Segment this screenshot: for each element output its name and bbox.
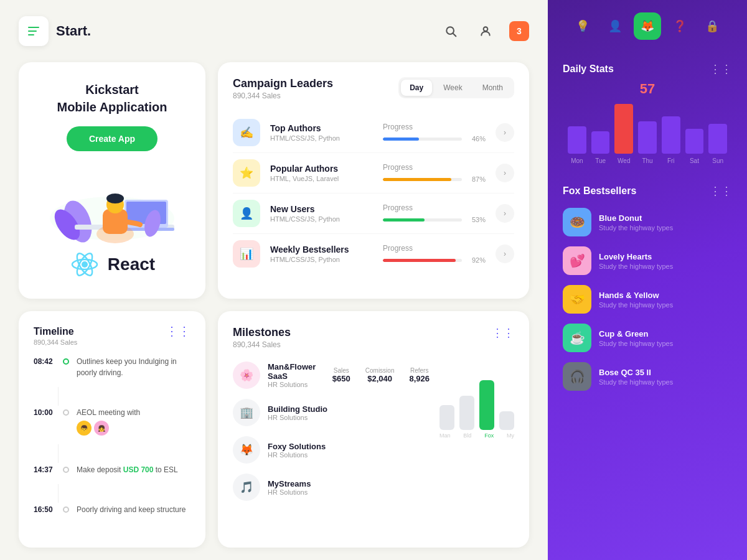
fox-item-image: 💕 xyxy=(563,246,591,275)
daily-stats-peak: 57 xyxy=(563,81,732,97)
tl-item: 14:37 Make deposit USD 700 to ESL xyxy=(34,464,190,475)
lightbulb-icon[interactable]: 💡 xyxy=(569,12,596,40)
ds-day-label: Thu xyxy=(642,157,652,164)
row-sub: HTML/CSS/JS, Python xyxy=(270,134,373,142)
progress-label: Progress xyxy=(383,163,486,172)
ds-bar-wrap: Thu xyxy=(638,121,657,164)
timeline-item: 08:42 Outlines keep you Indulging in poo… xyxy=(34,356,190,406)
svg-rect-1 xyxy=(28,30,37,32)
kickstart-card: Kickstart Mobile Application Create App xyxy=(19,62,205,299)
tl-content: Make deposit USD 700 to ESL xyxy=(77,464,178,475)
header: Start. 3 xyxy=(0,0,548,62)
daily-stats-menu[interactable]: ⋮⋮ xyxy=(710,62,732,76)
ds-day-label: Sat xyxy=(690,157,699,164)
tl-time: 16:50 xyxy=(34,504,55,514)
fox-menu[interactable]: ⋮⋮ xyxy=(710,184,732,198)
tl-dot xyxy=(63,409,69,416)
ds-bar xyxy=(591,131,610,154)
ms-name: Building Studio xyxy=(268,404,430,414)
tl-item: 10:00 AEOL meeting with 👦 👧 xyxy=(34,407,190,436)
fox-item: 🍩 Blue Donut Study the highway types xyxy=(563,208,732,236)
tl-time: 08:42 xyxy=(34,356,55,366)
tl-dot xyxy=(63,358,69,365)
fox-item-info: Lovely Hearts Study the highway types xyxy=(599,252,673,270)
user-icon[interactable] xyxy=(474,20,497,42)
logo-icon xyxy=(19,16,49,46)
ds-day-label: Wed xyxy=(618,157,630,164)
user-icon[interactable]: 👤 xyxy=(601,12,629,40)
ds-bar xyxy=(568,126,586,154)
progress-bar-wrap: 53% xyxy=(383,216,486,223)
campaign-card: Campaign Leaders 890,344 Sales Day Week … xyxy=(218,62,529,299)
tab-day[interactable]: Day xyxy=(401,80,432,96)
progress-fill xyxy=(383,218,425,222)
tl-avatar: 👧 xyxy=(94,421,109,436)
header-right: 3 xyxy=(439,20,529,42)
fox-items-list: 🍩 Blue Donut Study the highway types 💕 L… xyxy=(563,208,732,391)
notification-badge[interactable]: 3 xyxy=(509,21,529,41)
row-sub: HTML/CSS/JS, Python xyxy=(270,256,373,263)
ms-sub: HR Solutions xyxy=(268,381,325,388)
fox-item: 💕 Lovely Hearts Study the highway types xyxy=(563,246,732,275)
ms-name: Man&Flower SaaS xyxy=(268,362,325,381)
campaign-title-block: Campaign Leaders 890,344 Sales xyxy=(233,77,333,100)
tl-time: 14:37 xyxy=(34,464,55,474)
fox-item-name: Bose QC 35 II xyxy=(599,368,673,377)
ms-info: Building Studio HR Solutions xyxy=(268,404,430,421)
tab-month[interactable]: Month xyxy=(474,80,512,96)
fox-item-name: Hands & Yellow xyxy=(599,291,673,300)
ms-bar-labels: Man Bld Fox My xyxy=(439,432,514,439)
ms-avatar: 🌸 xyxy=(233,362,260,389)
ms-stat-label: Refers xyxy=(409,367,430,374)
fox-header: Fox Bestsellers ⋮⋮ xyxy=(563,184,732,198)
milestones-title: Milestones xyxy=(233,326,291,339)
right-panel: 💡👤🦊❓🔒 Daily Stats ⋮⋮ 57 Mon Tue Wed Thu … xyxy=(548,0,747,560)
row-progress: Progress 87% xyxy=(383,163,486,183)
ms-avatar: 🏢 xyxy=(233,399,260,426)
row-info: New Users HTML/CSS/JS, Python xyxy=(270,204,373,223)
fox-item-image: ☕ xyxy=(563,324,591,352)
progress-bar-wrap: 46% xyxy=(383,135,486,142)
content-grid: Kickstart Mobile Application Create App xyxy=(0,62,548,560)
row-info: Top Authors HTML/CSS/JS, Python xyxy=(270,123,373,142)
progress-bar xyxy=(383,178,462,181)
row-arrow-button[interactable]: › xyxy=(496,164,514,182)
ds-bar-wrap: Fri xyxy=(662,116,680,164)
hero-illustration xyxy=(44,162,181,243)
milestone-row: 🏢 Building Studio HR Solutions xyxy=(233,399,430,426)
tl-content: Poorly driving and keep structure xyxy=(77,504,186,515)
tl-dot xyxy=(63,467,69,473)
row-arrow-button[interactable]: › xyxy=(496,123,514,142)
search-icon[interactable] xyxy=(439,20,462,42)
timeline-menu[interactable]: ⋮⋮ xyxy=(166,324,190,338)
progress-pct: 87% xyxy=(467,175,486,183)
progress-bar-wrap: 92% xyxy=(383,256,486,264)
panel-icon-row: 💡👤🦊❓🔒 xyxy=(548,0,747,52)
lock-icon[interactable]: 🔒 xyxy=(698,12,726,40)
timeline-item: 16:50 Poorly driving and keep structure xyxy=(34,504,190,515)
milestones-menu[interactable]: ⋮⋮ xyxy=(492,326,514,340)
fox-icon[interactable]: 🦊 xyxy=(634,12,661,40)
row-arrow-button[interactable]: › xyxy=(496,204,514,223)
milestones-subtitle: 890,344 Sales xyxy=(233,340,291,349)
progress-bar xyxy=(383,138,462,141)
help-icon[interactable]: ❓ xyxy=(666,12,693,40)
timeline-title-block: Timeline 890,344 Sales xyxy=(34,326,77,356)
tl-dot xyxy=(63,506,69,513)
svg-line-4 xyxy=(453,34,456,37)
tab-week[interactable]: Week xyxy=(435,80,471,96)
progress-pct: 53% xyxy=(467,216,486,223)
create-app-button[interactable]: Create App xyxy=(67,126,157,151)
row-arrow-button[interactable]: › xyxy=(496,245,514,263)
tl-line xyxy=(58,484,59,503)
ds-day-label: Mon xyxy=(571,157,583,164)
ms-bar xyxy=(459,396,474,430)
svg-point-16 xyxy=(106,194,124,203)
ms-info: Man&Flower SaaS HR Solutions xyxy=(268,362,325,388)
ds-day-label: Tue xyxy=(595,157,606,164)
tl-content: Outlines keep you Indulging in poorly dr… xyxy=(77,356,190,378)
row-avatar: ⭐ xyxy=(233,159,260,187)
ms-stat-refers: Refers 8,926 xyxy=(409,367,430,383)
row-avatar-icon: ✍️ xyxy=(240,126,253,139)
ms-bar-label: Fox xyxy=(484,432,494,439)
